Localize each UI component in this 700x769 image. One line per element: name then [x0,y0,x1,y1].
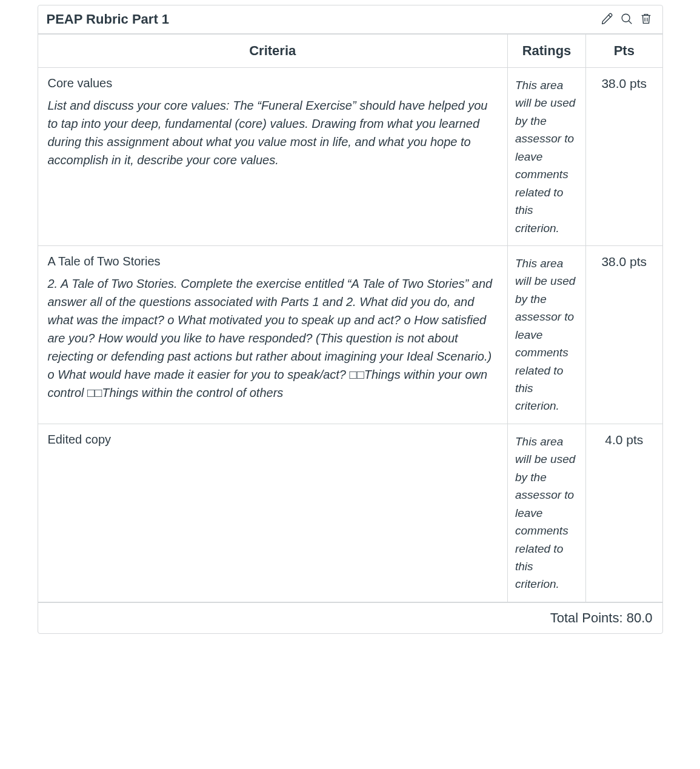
rubric-table: Criteria Ratings Pts Core values List an… [38,34,662,602]
rubric-panel: PEAP Rubric Part 1 [38,5,663,634]
points-cell: 38.0 pts [586,68,662,246]
criteria-cell[interactable]: A Tale of Two Stories 2. A Tale of Two S… [38,245,508,424]
col-header-ratings: Ratings [508,35,586,68]
rubric-actions [599,12,654,27]
svg-point-0 [622,14,630,22]
criterion-row: Core values List and discuss your core v… [38,68,662,246]
criteria-cell[interactable]: Core values List and discuss your core v… [38,68,508,246]
ratings-cell[interactable]: This area will be used by the assessor t… [508,245,586,424]
points-cell: 38.0 pts [586,245,662,424]
ratings-cell[interactable]: This area will be used by the assessor t… [508,424,586,602]
table-header-row: Criteria Ratings Pts [38,35,662,68]
rubric-title: PEAP Rubric Part 1 [47,12,170,27]
search-button[interactable] [619,12,635,27]
edit-icon [601,12,614,27]
trash-icon [639,12,653,27]
criterion-description: 2. A Tale of Two Stories. Complete the e… [48,275,498,402]
rubric-total: Total Points: 80.0 [38,602,662,633]
criteria-cell[interactable]: Edited copy [38,424,508,602]
delete-button[interactable] [638,12,654,27]
criterion-title: Edited copy [48,433,498,447]
criterion-title: A Tale of Two Stories [48,255,498,268]
points-cell: 4.0 pts [586,424,662,602]
col-header-pts: Pts [586,35,662,68]
search-icon [620,12,633,27]
svg-line-1 [628,21,632,24]
criterion-row: Edited copy This area will be used by th… [38,424,662,602]
criterion-row: A Tale of Two Stories 2. A Tale of Two S… [38,245,662,424]
ratings-cell[interactable]: This area will be used by the assessor t… [508,68,586,246]
rubric-header: PEAP Rubric Part 1 [38,5,662,34]
criterion-title: Core values [48,76,498,90]
edit-button[interactable] [599,12,615,27]
col-header-criteria: Criteria [38,35,508,68]
criterion-description: List and discuss your core values: The “… [48,96,498,169]
